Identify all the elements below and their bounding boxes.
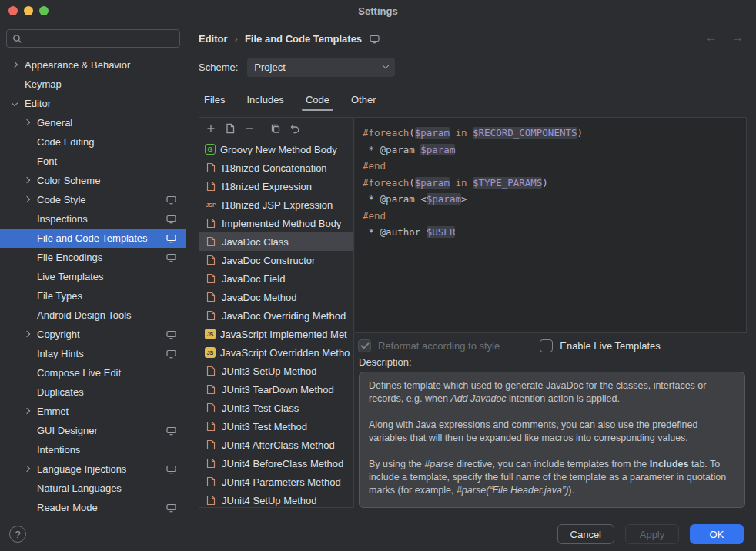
chevron-right-icon[interactable] xyxy=(24,331,30,337)
code-line: * @param $param xyxy=(363,142,746,159)
breadcrumb-current: File and Code Templates xyxy=(245,33,362,45)
sidebar-item-color-scheme[interactable]: Color Scheme xyxy=(0,171,186,190)
zoom-button[interactable] xyxy=(39,6,49,15)
sidebar-item-live-templates[interactable]: Live Templates xyxy=(0,267,186,286)
sidebar-item-keymap[interactable]: Keymap xyxy=(0,75,186,94)
reformat-checkbox[interactable] xyxy=(358,339,371,352)
ok-button[interactable]: OK xyxy=(690,524,744,544)
reset-to-default-button[interactable] xyxy=(289,123,300,134)
template-item-i18nized-jsp-expression[interactable]: JSPI18nized JSP Expression xyxy=(199,195,353,214)
template-file-icon xyxy=(205,457,217,469)
sidebar-item-font[interactable]: Font xyxy=(0,152,186,171)
code-line: #foreach($param in $RECORD_COMPONENTS) xyxy=(363,125,746,142)
apply-button[interactable]: Apply xyxy=(625,524,679,544)
sidebar-item-code-style[interactable]: Code Style xyxy=(0,190,186,209)
sidebar-item-label: Code Editing xyxy=(37,136,94,148)
template-item-junit3-teardown-method[interactable]: JUnit3 TearDown Method xyxy=(199,380,353,399)
sidebar-item-label: Appearance & Behavior xyxy=(25,59,130,71)
sidebar-item-general[interactable]: General xyxy=(0,113,186,132)
sidebar-item-appearance-behavior[interactable]: Appearance & Behavior xyxy=(0,55,186,75)
chevron-right-icon[interactable] xyxy=(12,62,18,68)
minimize-button[interactable] xyxy=(24,6,33,15)
sidebar-item-duplicates[interactable]: Duplicates xyxy=(0,382,186,402)
sidebar-item-label: Intentions xyxy=(37,444,80,456)
chevron-down-icon[interactable] xyxy=(12,100,18,106)
scheme-row: Scheme: Project xyxy=(199,58,395,77)
tab-includes[interactable]: Includes xyxy=(242,89,288,110)
template-list-panel: GGroovy New Method BodyI18nized Concaten… xyxy=(199,117,354,508)
template-item-junit4-setup-method[interactable]: JUnit4 SetUp Method xyxy=(199,491,353,507)
sidebar-item-file-and-code-templates[interactable]: File and Code Templates xyxy=(0,229,186,248)
sidebar-item-label: Natural Languages xyxy=(37,483,122,494)
template-item-junit3-test-class[interactable]: JUnit3 Test Class xyxy=(199,399,353,417)
chevron-right-icon[interactable] xyxy=(24,408,30,414)
chevron-right-icon[interactable] xyxy=(24,177,30,183)
screen-badge-icon xyxy=(166,465,176,474)
chevron-right-icon[interactable] xyxy=(24,196,30,202)
template-item-i18nized-concatenation[interactable]: I18nized Concatenation xyxy=(199,159,353,177)
remove-button[interactable] xyxy=(244,123,255,134)
forward-button[interactable]: → xyxy=(731,31,744,45)
sidebar-item-inspections[interactable]: Inspections xyxy=(0,209,186,229)
screen-badge-icon xyxy=(166,503,176,513)
create-child-template-button[interactable] xyxy=(225,123,236,134)
sidebar-item-label: Code Style xyxy=(37,194,86,205)
javascript-file-icon: JS xyxy=(205,347,216,358)
code-line: #end xyxy=(363,208,746,225)
template-item-label: JUnit3 SetUp Method xyxy=(222,366,317,377)
tab-files[interactable]: Files xyxy=(199,89,229,110)
template-item-javadoc-method[interactable]: JavaDoc Method xyxy=(199,288,353,306)
sidebar-item-compose-live-edit[interactable]: Compose Live Edit xyxy=(0,363,186,382)
sidebar-item-intentions[interactable]: Intentions xyxy=(0,440,186,459)
template-item-junit3-test-method[interactable]: JUnit3 Test Method xyxy=(199,417,353,436)
tab-code[interactable]: Code xyxy=(301,89,334,110)
description-paragraph: By using the #parse directive, you can i… xyxy=(369,458,735,497)
sidebar-item-inlay-hints[interactable]: Inlay Hints xyxy=(0,344,186,363)
template-item-i18nized-expression[interactable]: I18nized Expression xyxy=(199,177,353,195)
sidebar-item-file-encodings[interactable]: File Encodings xyxy=(0,248,186,267)
cancel-button[interactable]: Cancel xyxy=(557,524,614,544)
template-item-junit3-setup-method[interactable]: JUnit3 SetUp Method xyxy=(199,362,353,380)
template-file-icon xyxy=(205,402,217,414)
sidebar-item-language-injections[interactable]: Language Injections xyxy=(0,459,186,479)
template-item-javascript-implemented-met[interactable]: JSJavaScript Implemented Met xyxy=(199,325,353,343)
tab-other[interactable]: Other xyxy=(346,89,381,110)
template-file-icon xyxy=(205,291,217,303)
sidebar-item-reader-mode[interactable]: Reader Mode xyxy=(0,498,186,517)
close-button[interactable] xyxy=(8,6,18,15)
screen-badge-icon xyxy=(166,330,176,339)
sidebar-item-natural-languages[interactable]: Natural Languages xyxy=(0,479,186,498)
sidebar-item-copyright[interactable]: Copyright xyxy=(0,325,186,344)
chevron-right-icon[interactable] xyxy=(24,466,30,472)
template-item-groovy-new-method-body[interactable]: GGroovy New Method Body xyxy=(199,140,353,159)
template-file-icon xyxy=(205,476,217,488)
sidebar-item-file-types[interactable]: File Types xyxy=(0,286,186,306)
template-item-javadoc-overriding-method[interactable]: JavaDoc Overriding Method xyxy=(199,306,353,325)
template-item-javadoc-constructor[interactable]: JavaDoc Constructor xyxy=(199,251,353,269)
titlebar: Settings xyxy=(0,0,756,22)
sidebar-item-label: General xyxy=(37,117,72,129)
scheme-select[interactable]: Project xyxy=(247,58,395,77)
template-item-junit4-afterclass-method[interactable]: JUnit4 AfterClass Method xyxy=(199,436,353,454)
sidebar-item-editor[interactable]: Editor xyxy=(0,94,186,113)
enable-live-templates-checkbox[interactable] xyxy=(540,339,553,352)
copy-button[interactable] xyxy=(270,123,281,134)
template-item-implemented-method-body[interactable]: Implemented Method Body xyxy=(199,214,353,232)
template-item-javadoc-field[interactable]: JavaDoc Field xyxy=(199,269,353,288)
template-editor[interactable]: #foreach($param in $RECORD_COMPONENTS) *… xyxy=(355,117,747,333)
template-item-javadoc-class[interactable]: JavaDoc Class xyxy=(199,232,353,251)
sidebar-item-gui-designer[interactable]: GUI Designer xyxy=(0,421,186,440)
sidebar-item-android-design-tools[interactable]: Android Design Tools xyxy=(0,306,186,325)
template-item-javascript-overridden-metho[interactable]: JSJavaScript Overridden Metho xyxy=(199,343,353,362)
sidebar-item-code-editing[interactable]: Code Editing xyxy=(0,132,186,152)
add-button[interactable] xyxy=(206,123,216,134)
back-button[interactable]: ← xyxy=(705,31,718,45)
sidebar-item-emmet[interactable]: Emmet xyxy=(0,402,186,421)
settings-search-input[interactable] xyxy=(27,33,174,45)
template-item-junit4-parameters-method[interactable]: JUnit4 Parameters Method xyxy=(199,473,353,491)
chevron-right-icon[interactable] xyxy=(24,119,30,125)
template-item-junit4-beforeclass-method[interactable]: JUnit4 BeforeClass Method xyxy=(199,454,353,473)
settings-search[interactable] xyxy=(6,29,180,48)
template-list[interactable]: GGroovy New Method BodyI18nized Concaten… xyxy=(199,140,353,507)
breadcrumb-editor[interactable]: Editor xyxy=(199,33,228,45)
